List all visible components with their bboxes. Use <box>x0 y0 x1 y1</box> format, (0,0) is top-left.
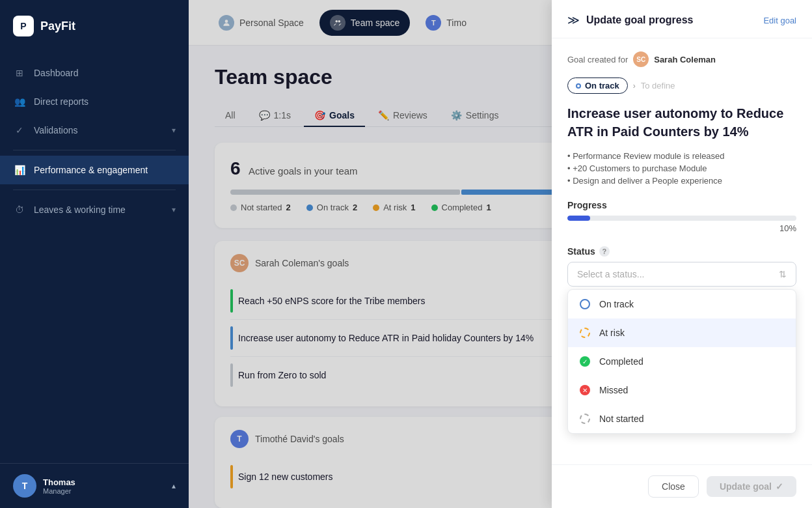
bullet-1: Performance Review module is released <box>567 150 796 162</box>
sidebar-item-validations[interactable]: ✓ Validations ▾ <box>0 116 189 145</box>
status-label-row: Status ? <box>567 246 796 257</box>
sarah-panel-name: Sarah Coleman <box>654 55 716 64</box>
panel-body: Goal created for SC Sarah Coleman On tra… <box>552 38 812 464</box>
chevron-down-icon-2: ▾ <box>172 205 176 214</box>
chevron-up-icon: ▴ <box>172 481 176 490</box>
goal-headline: Increase user autonomy to Reduce ATR in … <box>567 104 796 141</box>
status-placeholder: Select a status... <box>577 269 645 279</box>
arrow-right-icon: › <box>633 81 636 91</box>
status-row: On track › To define <box>567 78 796 94</box>
status-badge[interactable]: On track <box>567 78 628 94</box>
completed-icon: ✓ <box>578 355 591 368</box>
close-button[interactable]: Close <box>648 475 699 498</box>
to-define-label: To define <box>641 81 675 91</box>
panel-footer: Close Update goal ✓ <box>552 464 812 508</box>
help-icon[interactable]: ? <box>599 246 610 257</box>
sidebar-item-direct-reports[interactable]: 👥 Direct reports <box>0 87 189 116</box>
bullet-3: Design and deliver a People experience <box>567 175 796 187</box>
progress-section: Progress 10% <box>567 200 796 233</box>
progress-pct: 10% <box>567 223 796 233</box>
user-name: Thomas <box>43 477 165 487</box>
missed-icon: ✕ <box>578 384 591 397</box>
update-goal-button[interactable]: Update goal ✓ <box>707 476 796 497</box>
main-nav: ⊞ Dashboard 👥 Direct reports ✓ Validatio… <box>0 52 189 463</box>
status-dot <box>576 83 581 89</box>
user-profile[interactable]: T Thomas Manager ▴ <box>0 463 189 508</box>
nav-divider <box>13 150 176 150</box>
app-name: PayFit <box>40 20 75 33</box>
option-not-started[interactable]: Not started <box>568 404 796 433</box>
double-arrow-icon: ≫ <box>567 13 580 27</box>
sarah-panel-avatar: SC <box>633 51 649 67</box>
check-circle-icon: ✓ <box>13 124 26 137</box>
main-content: Personal Space Team space T Timo Team sp… <box>189 0 812 508</box>
status-select[interactable]: Select a status... ⇅ <box>567 262 796 287</box>
goal-bullets: Performance Review module is released +2… <box>567 150 796 187</box>
users-icon: 👥 <box>13 95 26 108</box>
chart-icon: 📊 <box>13 163 26 176</box>
sidebar-item-leaves[interactable]: ⏱ Leaves & working time ▾ <box>0 195 189 224</box>
panel-header: ≫ Update goal progress Edit goal <box>552 0 812 38</box>
logo-icon: P <box>13 16 34 36</box>
side-panel: ≫ Update goal progress Edit goal Goal cr… <box>552 0 812 508</box>
progress-track <box>567 216 796 221</box>
progress-label: Progress <box>567 200 796 210</box>
progress-fill <box>567 216 590 221</box>
bullet-2: +20 Customers to purchase Module <box>567 162 796 175</box>
select-chevrons-icon: ⇅ <box>779 269 787 279</box>
clock-icon: ⏱ <box>13 203 26 216</box>
at-risk-icon <box>578 326 591 339</box>
avatar: T <box>13 474 36 498</box>
option-missed[interactable]: ✕ Missed <box>568 376 796 404</box>
nav-divider-2 <box>13 190 176 190</box>
on-track-icon <box>578 298 591 311</box>
option-at-risk[interactable]: At risk <box>568 318 796 347</box>
checkmark-icon: ✓ <box>776 481 783 492</box>
grid-icon: ⊞ <box>13 66 26 79</box>
status-dropdown: On track At risk ✓ Completed <box>567 289 796 434</box>
sidebar-item-dashboard[interactable]: ⊞ Dashboard <box>0 59 189 87</box>
sidebar-item-performance[interactable]: 📊 Performance & engagement <box>0 156 189 184</box>
goal-created-for: Goal created for SC Sarah Coleman <box>567 51 796 67</box>
panel-title: Update goal progress <box>586 14 757 26</box>
edit-goal-link[interactable]: Edit goal <box>763 16 796 25</box>
user-role: Manager <box>43 487 165 495</box>
not-started-icon <box>578 412 591 425</box>
option-on-track[interactable]: On track <box>568 290 796 318</box>
sidebar: P PayFit ⊞ Dashboard 👥 Direct reports ✓ … <box>0 0 189 508</box>
status-section: Status ? Select a status... ⇅ On track <box>567 246 796 434</box>
logo[interactable]: P PayFit <box>0 0 189 52</box>
option-completed[interactable]: ✓ Completed <box>568 347 796 376</box>
chevron-down-icon: ▾ <box>172 126 176 135</box>
